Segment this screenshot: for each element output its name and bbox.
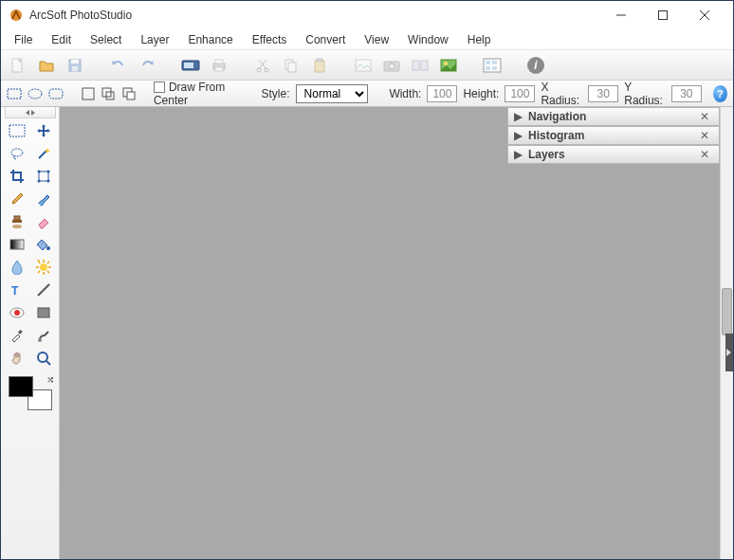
tool-transform[interactable] (31, 166, 56, 187)
xradius-input[interactable] (588, 85, 618, 102)
tool-brush[interactable] (31, 189, 56, 209)
shape-ellipse-button[interactable] (28, 85, 43, 102)
svg-point-49 (46, 180, 49, 183)
draw-from-center-checkbox[interactable]: Draw From Center (154, 81, 246, 107)
window-minimize-button[interactable] (600, 2, 642, 28)
stitch-button[interactable] (409, 54, 431, 77)
menu-effects[interactable]: Effects (245, 31, 294, 48)
expand-icon: ▶ (514, 148, 523, 161)
expand-icon: ▶ (514, 110, 523, 123)
scrollbar-thumb[interactable] (722, 288, 732, 335)
tool-crop[interactable] (5, 166, 29, 187)
panel-layers-header[interactable]: ▶ Layers ✕ (507, 145, 720, 164)
width-input[interactable] (427, 85, 457, 102)
tool-hand[interactable] (5, 348, 29, 369)
svg-rect-10 (184, 63, 193, 68)
shape-roundrect-button[interactable] (48, 85, 64, 102)
foreground-color-swatch[interactable] (9, 376, 33, 397)
tool-blur[interactable] (5, 257, 29, 278)
canvas-workspace[interactable] (60, 107, 507, 559)
tool-move[interactable] (31, 120, 56, 141)
svg-line-63 (38, 271, 40, 273)
selection-subtract-button[interactable] (121, 85, 136, 102)
svg-rect-22 (356, 60, 371, 71)
svg-line-44 (39, 151, 46, 158)
tool-clone-stamp[interactable] (5, 211, 29, 232)
toolbox-collapse-button[interactable] (5, 107, 56, 118)
cut-button[interactable] (251, 54, 274, 77)
menu-edit[interactable]: Edit (44, 31, 79, 48)
svg-point-24 (389, 63, 395, 69)
gallery-button[interactable] (352, 54, 375, 77)
svg-rect-42 (9, 125, 25, 136)
menu-help[interactable]: Help (460, 31, 499, 48)
color-swatches[interactable]: ⤭ (9, 376, 52, 410)
redo-button[interactable] (136, 54, 158, 77)
tool-red-eye[interactable] (5, 302, 29, 323)
menu-file[interactable]: File (7, 31, 40, 48)
svg-point-54 (46, 246, 50, 250)
svg-point-43 (11, 149, 23, 156)
tool-dodge[interactable] (31, 257, 56, 278)
tool-smudge[interactable] (31, 325, 56, 346)
style-select[interactable]: Normal (296, 84, 369, 103)
menu-select[interactable]: Select (83, 31, 129, 48)
new-file-button[interactable] (7, 54, 29, 77)
acquire-button[interactable] (179, 54, 202, 77)
app-logo-icon (9, 8, 24, 23)
auto-enhance-button[interactable] (437, 54, 460, 77)
svg-rect-37 (83, 88, 94, 99)
swap-colors-icon[interactable]: ⤭ (46, 374, 54, 385)
tool-eyedropper[interactable] (5, 325, 29, 346)
svg-point-52 (12, 225, 22, 228)
browser-button[interactable] (481, 54, 504, 77)
window-close-button[interactable] (684, 2, 725, 28)
right-dock-toggle[interactable] (725, 334, 733, 371)
undo-button[interactable] (107, 54, 130, 77)
tool-eraser[interactable] (31, 211, 56, 232)
menu-enhance[interactable]: Enhance (180, 31, 240, 48)
tool-bucket-fill[interactable] (31, 234, 56, 255)
save-file-button[interactable] (64, 54, 86, 77)
about-button[interactable]: i (524, 54, 547, 77)
panel-navigation-header[interactable]: ▶ Navigation ✕ (507, 107, 720, 126)
tool-line[interactable] (31, 280, 56, 300)
menu-view[interactable]: View (357, 31, 396, 48)
shape-rect-button[interactable] (7, 85, 22, 102)
tool-zoom[interactable] (31, 348, 56, 369)
tool-pencil[interactable] (5, 189, 29, 209)
selection-new-button[interactable] (82, 85, 96, 102)
svg-rect-20 (315, 61, 324, 72)
tool-magic-wand[interactable] (31, 143, 56, 164)
xradius-label: X Radius: (541, 81, 582, 107)
tool-text[interactable]: T (5, 280, 29, 300)
svg-rect-26 (421, 61, 428, 70)
open-file-button[interactable] (35, 54, 58, 77)
copy-button[interactable] (280, 54, 303, 77)
panel-histogram-close[interactable]: ✕ (696, 129, 713, 142)
menu-layer[interactable]: Layer (133, 31, 176, 48)
height-input[interactable] (505, 85, 535, 102)
tool-lasso[interactable] (5, 143, 29, 164)
menu-convert[interactable]: Convert (298, 31, 353, 48)
info-icon: i (527, 57, 544, 74)
help-button[interactable]: ? (713, 85, 727, 102)
print-button[interactable] (208, 54, 230, 77)
svg-rect-2 (659, 11, 668, 20)
panel-histogram-header[interactable]: ▶ Histogram ✕ (507, 126, 720, 145)
panel-layers-close[interactable]: ✕ (696, 148, 713, 161)
camera-button[interactable] (380, 54, 403, 77)
window-maximize-button[interactable] (642, 2, 684, 28)
svg-rect-8 (72, 66, 78, 71)
tool-gradient[interactable] (5, 234, 29, 255)
panel-navigation-close[interactable]: ✕ (696, 110, 713, 123)
menu-window[interactable]: Window (400, 31, 456, 48)
paste-button[interactable] (308, 54, 331, 77)
panel-layers-label: Layers (528, 148, 696, 161)
tool-shape[interactable] (31, 302, 56, 323)
svg-line-61 (47, 271, 49, 273)
selection-add-button[interactable] (101, 85, 116, 102)
yradius-input[interactable] (671, 85, 702, 102)
tool-rect-select[interactable] (5, 120, 29, 141)
menu-bar: File Edit Select Layer Enhance Effects C… (1, 29, 733, 50)
